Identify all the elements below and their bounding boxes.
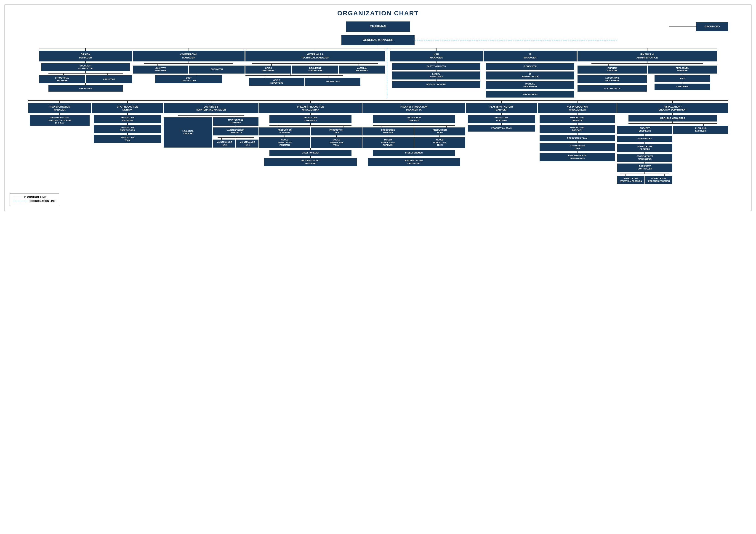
project-managers-box: PROJECT MANAGERS	[629, 115, 717, 121]
installation-dept-box: INSTALLATION / ERECTION DEPARTMENT	[617, 103, 728, 113]
maintenance-team-left-box: MAINTENANCE TEAM	[213, 140, 236, 147]
production-foreman-plastbau-box: PRODUCTION FOREMAN	[468, 115, 535, 123]
accountants-box: ACCOUNTANTS	[578, 85, 647, 91]
doc-controller-inst-box: DOCUMENT CONTROLLER	[617, 164, 672, 171]
production-engineer-hcs-box: PRODUCTION ENGINEER	[540, 115, 614, 123]
installation-erection-foremen-left-box: INSTALLATION /ERECTION FOREMEN	[617, 176, 644, 184]
qaqc-engineers-box: QA/QC ENGINEERS	[245, 65, 291, 74]
batching-plant-operators-box: BATCHING PLANT OPERATORS	[368, 158, 460, 166]
commercial-manager-box: COMMERCIAL MANAGER	[133, 51, 245, 62]
mould-fabriactor-team-rak-box: MOULD FABRIACTOR TEAM	[311, 137, 362, 148]
it-administrator-box: IT ADMINISTRATOR	[486, 71, 574, 80]
coordination-line-icon	[14, 201, 27, 201]
production-team-hcs-box: PRODUCTION TEAM	[540, 135, 614, 141]
org-wrapper: CHAIRMAN GROUP CFO GENERAL MANAGER	[10, 21, 746, 206]
draftsmen-box: DRAFTSMEN	[48, 85, 123, 91]
maintenance-team-right-box: MAINTENANCE TEAM	[236, 140, 258, 147]
transportation-manager-box: TRANSPORTATION MANAGER	[28, 103, 92, 113]
structural-engineer-box: STRUCTURAL ENGINEER	[39, 75, 85, 83]
production-engineer-ja-box: PRODUCTION ENGINEER	[373, 115, 455, 123]
logistics-officer-box: LOGISTICS OFFICER	[164, 117, 212, 147]
page-title: ORGANIZATION CHART	[10, 10, 746, 17]
qaqc-inspectors-box: QA/QC INSPECTORS	[249, 78, 305, 86]
doc-controller-design-box: DOCUMENT CONTROLLER	[41, 63, 130, 71]
finance-admin-box: FINANCE & ADMINISTRATION	[578, 51, 717, 62]
cost-controller-box: COST CONTROLLER	[155, 75, 222, 83]
personnel-manager-box: PERSONNEL MANAGER	[648, 65, 717, 74]
maintenance-team-hcs-box: MAINTENANCE TEAM	[540, 143, 614, 151]
production-supervisors-grc-box: PRODUCTION SUPERVISORS	[94, 125, 161, 133]
steel-foremen-rak-box: STEEL FOREMEN	[269, 150, 351, 156]
quantity-surveyor-box: QUANTITY SURVEYOR	[133, 65, 188, 74]
project-engineers-box: PROJECT ENGINEERS	[617, 126, 672, 134]
technicians-box: TECHNICIANS	[305, 78, 361, 86]
architect-box: ARCHITECT	[86, 75, 132, 83]
production-engineers-rak-box: PRODUCTION ENGINEERS	[269, 115, 351, 123]
org-chart-container: ORGANIZATION CHART CHAIRMAN GROUP CFO G	[5, 5, 751, 211]
steel-foremen-ja-box: STEEL FOREMEN	[373, 150, 455, 156]
cfo-box: GROUP CFO	[696, 22, 728, 31]
batching-plant-incharge-box: BATCHING PLANT IN CHARGE	[264, 158, 357, 166]
timekeepers-box: TIMEKEEPERS	[486, 91, 574, 97]
production-foremen-ja-box: PRODUCTION FOREMEN	[363, 127, 414, 136]
doc-controller-mat-box: DOCUMENT CONTROLLER	[292, 65, 338, 74]
design-manager-box: DESIGN MANAGER	[39, 51, 132, 62]
finance-manager-box: FINANCE MANAGER	[578, 65, 647, 74]
installation-erection-foremen-right-box: INSTALLATION /ERECTION FOREMEN	[645, 176, 672, 184]
camp-boss-box: CAMP BOSS	[655, 84, 710, 90]
estimator-box: ESTIMATOR	[189, 65, 245, 74]
mould-fab-foremen-ja-box: MOULD FABRICATING FOREMEN	[363, 137, 414, 148]
pro-box: PRO	[655, 75, 710, 82]
safety-officers-box: SAFETY OFFICERS	[392, 63, 480, 70]
production-team-grc-box: PRODUCTION TEAM	[94, 135, 161, 143]
control-line-icon	[14, 197, 25, 197]
it-manager-box: IT MANAGER	[484, 51, 577, 62]
mould-fabriactor-team-ja-box: MOULD FABRIACTOR TEAM	[414, 137, 465, 148]
control-line-label: CONTROL LINE	[27, 196, 46, 198]
hse-manager-box: HSE MANAGER	[390, 51, 483, 62]
surveryors-box: SURVERYORS	[617, 136, 672, 142]
security-guards-box: SECURITY GUARDS	[392, 81, 480, 88]
mat-tech-manager-box: MATERIALS & TECHNICAL MANAGER	[245, 51, 385, 62]
chairman-box: CHAIRMAN	[346, 21, 410, 32]
precast-rak-box: PRECAST PRODUCTION MANAGER RAK	[259, 103, 362, 113]
safety-inspectors-box: SAFETY INSPECTORS	[392, 71, 480, 80]
production-team-rak-box: PRODUCTION TEAM	[311, 127, 362, 136]
planning-engineer-box: PLANNING ENGINEER	[673, 126, 728, 134]
it-engineer-box: IT ENGINEER	[486, 63, 574, 70]
production-team-ja-box: PRODUCTION TEAM	[414, 127, 465, 136]
transportation-officers-box: TRANSPORTATION OFFICERS / IN CHARGE JA &…	[30, 115, 90, 126]
precast-ja-box: PRECAST PRODUCTION MANAGER JA	[363, 103, 465, 113]
logistics-manager-box: LOGISTICS & MAINTENANCE MANAGER	[164, 103, 258, 113]
production-team-plastbau-box: PRODUCTION TEAM	[468, 125, 535, 132]
accounting-dept-box: ACCOUNTING DEPARTMENT	[578, 75, 647, 83]
payroll-department-box: PAYROLL DEPARTMENT	[486, 81, 574, 89]
production-foremen-hcs-box: PRODUCTION FOREMEN	[540, 125, 614, 133]
maintenance-foremen-box: MAINTENANCE FOREMEN	[213, 117, 258, 125]
material-engineers-box: MATERIAL ENGINEERS	[339, 65, 385, 74]
mould-fab-foremen-rak-box: MOULD FABRICATING FOREMEN	[259, 137, 310, 148]
production-foremen-rak-box: PRODUCTION FOREMEN	[259, 127, 310, 136]
plastbau-manager-box: PLASTBAU FACTORY MANAGER	[466, 103, 537, 113]
batching-plant-supervisors-box: BATCHING PLANT SUPERVISORS	[540, 153, 614, 161]
legend: CONTROL LINE COORDINATION LINE	[10, 193, 59, 206]
storekeeper-timekeeper-box: STOREKEEPER/ TIMEKEEPER	[617, 154, 672, 162]
maintenance-incharge-ja-box: MAINTENANCE IN- CHARGE JA	[213, 127, 258, 136]
installation-foremen-main-box: INSTALLATION FOREMEN	[617, 144, 672, 152]
hcs-manager-box: HCS PRODUCTION MANAGER (JA)	[538, 103, 617, 113]
production-engineer-grc-box: PRODUCTION ENGINEER	[94, 115, 161, 123]
grc-production-box: GRC PRODUCTION DIVISION	[92, 103, 163, 113]
coordination-line-label: COORDINATION LINE	[30, 200, 55, 202]
